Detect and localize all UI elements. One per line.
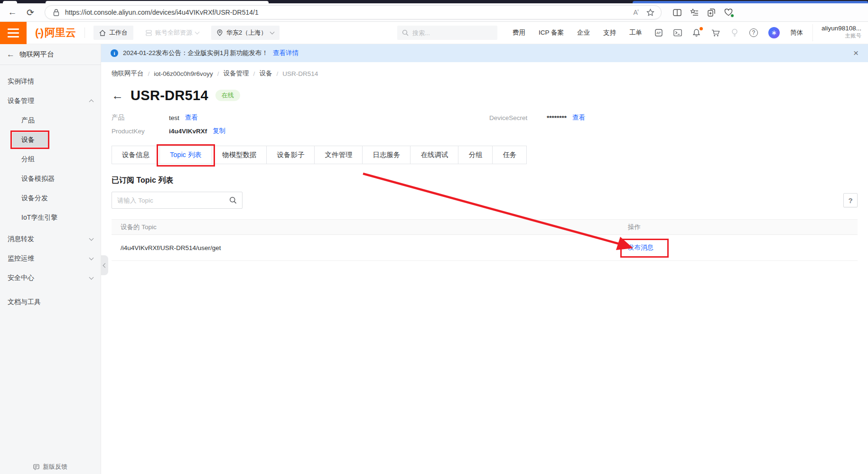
essentials-status-dot [730, 14, 734, 18]
column-header-topic: 设备的 Topic [121, 223, 628, 232]
language-toggle[interactable]: 简体 [790, 28, 803, 37]
sidebar-item-device-distribution[interactable]: 设备分发 [0, 188, 101, 208]
tab-topic-list[interactable]: Topic 列表 [160, 146, 212, 164]
product-label: 产品 [112, 113, 169, 122]
breadcrumb-item[interactable]: 物联网平台 [112, 69, 144, 78]
announcement-detail-link[interactable]: 查看详情 [273, 49, 299, 57]
global-search[interactable] [397, 26, 497, 40]
topic-search-input[interactable] [117, 197, 229, 204]
lightbulb-icon[interactable] [730, 28, 739, 37]
device-info: 产品 test 查看 ProductKey i4u4VIKvRXf 复制 Dev… [112, 111, 858, 138]
tab-thing-model-data[interactable]: 物模型数据 [212, 146, 267, 164]
region-select[interactable]: 华东2（上海） [211, 26, 280, 40]
help-button[interactable]: ? [843, 193, 858, 207]
tab-file-management[interactable]: 文件管理 [315, 146, 363, 164]
address-bar[interactable]: https://iot.console.aliyun.com/devices/i… [45, 5, 662, 19]
subscribed-topic-heading: 已订阅 Topic 列表 [112, 176, 858, 186]
sidebar-item-label: 产品 [21, 116, 35, 125]
tab-label: Topic 列表 [170, 151, 202, 158]
sidebar-collapse-handle[interactable] [101, 255, 108, 275]
account-name: aliyun98108... [821, 24, 861, 32]
cart-icon[interactable] [711, 28, 720, 37]
aliyun-logo-mark: (-) [35, 27, 43, 39]
tab-device-shadow[interactable]: 设备影子 [267, 146, 315, 164]
product-view-link[interactable]: 查看 [185, 113, 198, 122]
sidebar-item-monitoring-ops[interactable]: 监控运维 [0, 249, 101, 268]
sidebar-item-iot-twin-engine[interactable]: IoT孪生引擎 [0, 208, 101, 227]
browser-back-button[interactable]: ← [5, 5, 20, 20]
tab-groups[interactable]: 分组 [458, 146, 493, 164]
tab-online-debug[interactable]: 在线调试 [411, 146, 458, 164]
lock-icon [52, 8, 60, 17]
sidebar-item-products[interactable]: 产品 [0, 111, 101, 130]
nav-link-support[interactable]: 支持 [603, 28, 616, 37]
breadcrumb-item-current: USR-DR514 [282, 70, 318, 77]
favorite-star-icon[interactable] [646, 8, 654, 17]
sidebar-item-device-simulator[interactable]: 设备模拟器 [0, 169, 101, 188]
account-resources-label: 账号全部资源 [155, 28, 192, 37]
nav-link-billing[interactable]: 费用 [513, 28, 525, 37]
terminal-icon[interactable] [673, 28, 682, 37]
tab-device-info[interactable]: 设备信息 [112, 146, 160, 164]
split-screen-icon[interactable] [673, 8, 681, 17]
devicesecret-label: DeviceSecret [489, 114, 547, 121]
sidebar-item-instance-details[interactable]: 实例详情 [0, 72, 101, 91]
sidebar-item-label: 设备管理 [8, 97, 34, 105]
topic-table: 设备的 Topic 操作 /i4u4VIKvRXf/USR-DR514/user… [112, 219, 858, 261]
sidebar-item-device-management[interactable]: 设备管理 [0, 91, 101, 111]
browser-refresh-button[interactable]: ⟳ [23, 5, 38, 20]
breadcrumb-item[interactable]: 设备 [259, 69, 272, 78]
tab-tasks[interactable]: 任务 [493, 146, 526, 164]
add-tab-copy-icon[interactable] [707, 8, 716, 17]
account-type: 主账号 [845, 32, 862, 39]
feedback-button[interactable]: 新版反馈 [0, 463, 101, 471]
hamburger-menu-button[interactable] [0, 22, 27, 44]
breadcrumb-separator: / [217, 70, 219, 77]
account-menu[interactable]: aliyun98108... 主账号 [812, 24, 868, 41]
aliyun-logo[interactable]: (-) 阿里云 [35, 26, 76, 40]
productkey-copy-link[interactable]: 复制 [213, 127, 225, 135]
sidebar-item-security-center[interactable]: 安全中心 [0, 268, 101, 288]
sidebar-item-label: 分组 [21, 155, 35, 164]
url-text[interactable]: https://iot.console.aliyun.com/devices/i… [65, 9, 259, 16]
chevron-down-icon [195, 30, 200, 35]
page-back-arrow[interactable]: ← [112, 89, 123, 102]
notification-bell-icon[interactable] [692, 28, 701, 37]
workbench-button[interactable]: 工作台 [93, 26, 133, 40]
sidebar-header[interactable]: ← 物联网平台 [0, 44, 101, 65]
table-row: /i4u4VIKvRXf/USR-DR514/user/get 发布消息 [112, 235, 858, 261]
browser-essentials-icon[interactable] [724, 8, 733, 17]
sidebar-item-docs-tools[interactable]: 文档与工具 [0, 292, 101, 312]
avatar[interactable]: ∗ [768, 27, 780, 38]
chevron-left-icon [103, 263, 108, 268]
collections-icon[interactable] [690, 8, 699, 17]
sidebar-active-highlight[interactable]: 设备 [12, 132, 48, 147]
read-aloud-icon[interactable]: Aʻ [634, 9, 638, 16]
app-icon[interactable]: AP [654, 28, 663, 37]
back-arrow-icon[interactable]: ← [7, 50, 15, 59]
breadcrumb-item[interactable]: 设备管理 [224, 69, 249, 78]
devicesecret-view-link[interactable]: 查看 [572, 113, 585, 122]
help-circle-icon[interactable]: ? [749, 28, 758, 37]
sidebar-item-label: 文档与工具 [8, 298, 41, 307]
account-resources-select[interactable]: 账号全部资源 [146, 28, 199, 37]
banner-close-icon[interactable]: × [853, 48, 859, 58]
chevron-down-icon [89, 255, 94, 260]
sidebar-item-message-forwarding[interactable]: 消息转发 [0, 229, 101, 249]
nav-link-ticket[interactable]: 工单 [629, 28, 642, 37]
chevron-up-icon [89, 99, 94, 104]
global-search-input[interactable] [412, 29, 484, 37]
nav-link-enterprise[interactable]: 企业 [577, 28, 590, 37]
topic-search-box[interactable] [112, 192, 243, 209]
productkey-label: ProductKey [112, 128, 169, 135]
sidebar-item-devices[interactable]: 设备 [0, 130, 101, 149]
announcement-banner: i 2024-01-22发布公告：企业版实例1月新功能发布！ 查看详情 × [101, 44, 868, 62]
sidebar-item-groups[interactable]: 分组 [0, 149, 101, 169]
screen: ← ⟳ https://iot.console.aliyun.com/devic… [0, 0, 868, 474]
sidebar-title: 物联网平台 [19, 50, 54, 59]
tab-log-service[interactable]: 日志服务 [363, 146, 411, 164]
publish-message-link[interactable]: 发布消息 [628, 244, 653, 251]
nav-link-icp[interactable]: ICP 备案 [539, 28, 564, 37]
breadcrumb-item[interactable]: iot-06z00c0h9r6voyy [154, 70, 213, 77]
search-icon[interactable] [229, 196, 237, 204]
